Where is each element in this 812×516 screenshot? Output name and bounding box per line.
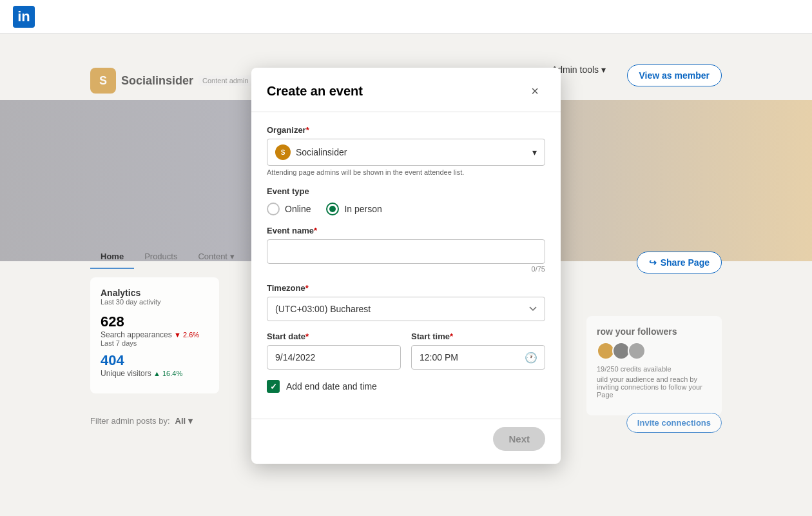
unique-visitors-label: Unique visitors ▲ 16.4%	[101, 369, 209, 378]
organizer-label: Organizer*	[267, 125, 545, 135]
content-admin-badge: Content admin	[198, 75, 253, 86]
modal-footer: Next	[251, 419, 561, 464]
organizer-select-inner: S Socialinsider	[275, 144, 347, 160]
organizer-avatar: S	[275, 144, 291, 160]
admin-tools-chevron: ▾	[601, 64, 606, 75]
avatar-3	[628, 342, 646, 360]
modal-close-button[interactable]: ×	[525, 81, 545, 101]
linkedin-logo: in	[13, 6, 35, 28]
radio-online-label: Online	[285, 204, 311, 214]
check-icon: ✓	[270, 382, 277, 392]
unique-visitors-change: ▲ 16.4%	[153, 370, 182, 377]
search-appearances-value: 628	[101, 313, 209, 330]
close-icon: ×	[531, 84, 539, 99]
invite-connections-button[interactable]: Invite connections	[626, 413, 722, 433]
radio-in-person-inner	[329, 206, 336, 212]
event-name-input[interactable]	[267, 239, 545, 264]
radio-in-person-label: In person	[344, 204, 382, 214]
start-time-input-wrapper: 🕐	[411, 345, 545, 370]
grow-title: row your followers	[597, 326, 711, 337]
share-icon: ↪	[649, 257, 657, 268]
analytics-card: Analytics Last 30 day activity 628 Searc…	[90, 277, 219, 393]
share-page-label: Share Page	[661, 257, 710, 268]
search-appearances-metric: 628 Search appearances ▼ 2.6% Last 7 day…	[101, 313, 209, 347]
organizer-section: Organizer* S Socialinsider ▾ Attending p…	[267, 125, 545, 176]
start-date-input[interactable]	[267, 345, 401, 370]
radio-online[interactable]: Online	[267, 203, 311, 215]
create-event-modal: Create an event × Organizer* S Socialins…	[251, 68, 561, 464]
organizer-name: Socialinsider	[296, 147, 347, 157]
organizer-dropdown-arrow: ▾	[532, 147, 537, 157]
event-type-radio-group: Online In person	[267, 203, 545, 215]
start-date-label: Start date*	[267, 332, 401, 341]
modal-header: Create an event ×	[251, 68, 561, 112]
page-nav-tabs: Home Products Content ▾ A...	[90, 245, 278, 269]
timezone-section: Timezone* (UTC+03:00) Bucharest	[267, 283, 545, 321]
tab-products[interactable]: Products	[134, 245, 188, 269]
add-end-date-row: ✓ Add end date and time	[267, 380, 545, 393]
share-page-button[interactable]: ↪ Share Page	[637, 252, 722, 273]
tab-content[interactable]: Content ▾	[188, 245, 244, 269]
timezone-required: *	[305, 283, 309, 293]
event-type-section: Event type Online In person	[267, 186, 545, 215]
page-brand-header: S Socialinsider Content admin	[90, 68, 253, 94]
search-appearances-label: Search appearances ▼ 2.6%	[101, 330, 209, 339]
clock-icon: 🕐	[525, 352, 537, 364]
filter-admin-posts-row: Filter admin posts by: All ▾	[90, 416, 193, 426]
filter-dropdown[interactable]: All ▾	[175, 416, 193, 426]
start-time-label: Start time*	[411, 332, 545, 341]
organizer-helper-text: Attending page admins will be shown in t…	[267, 168, 545, 176]
analytics-subtitle: Last 30 day activity	[101, 298, 209, 306]
filter-label: Filter admin posts by:	[90, 416, 170, 426]
filter-chevron-icon: ▾	[188, 416, 193, 426]
radio-online-circle	[267, 203, 280, 215]
radio-in-person-circle	[326, 203, 339, 215]
view-as-member-button[interactable]: View as member	[627, 64, 722, 86]
event-name-label: Event name*	[267, 226, 545, 235]
brand-logo-icon: S	[90, 68, 116, 94]
credits-label: 19/250 credits available	[597, 365, 711, 373]
event-name-required: *	[314, 226, 317, 235]
search-appearances-days: Last 7 days	[101, 339, 209, 347]
organizer-dropdown[interactable]: S Socialinsider ▾	[267, 139, 545, 166]
radio-in-person[interactable]: In person	[326, 203, 382, 215]
analytics-title: Analytics	[101, 288, 209, 298]
timezone-label: Timezone*	[267, 283, 545, 293]
organizer-required: *	[306, 125, 309, 135]
datetime-row: Start date* Start time* 🕐	[267, 332, 545, 370]
grow-desc: uild your audience and reach by inviting…	[597, 375, 711, 399]
start-time-required: *	[450, 332, 453, 341]
modal-title: Create an event	[267, 84, 363, 99]
followers-avatars	[597, 342, 711, 360]
tab-home[interactable]: Home	[90, 245, 134, 269]
search-appearances-change: ▼ 2.6%	[174, 331, 199, 339]
filter-value: All	[175, 416, 186, 426]
grow-followers-card: row your followers 19/250 credits availa…	[586, 316, 722, 415]
next-button[interactable]: Next	[493, 427, 545, 451]
brand-name: Socialinsider	[121, 74, 193, 88]
add-end-date-checkbox[interactable]: ✓	[267, 380, 280, 393]
start-time-col: Start time* 🕐	[411, 332, 545, 370]
modal-body: Organizer* S Socialinsider ▾ Attending p…	[251, 112, 561, 419]
event-name-char-count: 0/75	[267, 265, 545, 273]
event-type-label: Event type	[267, 186, 545, 196]
top-navigation-bar: in	[0, 0, 812, 34]
unique-visitors-value: 404	[101, 352, 209, 369]
unique-visitors-metric: 404 Unique visitors ▲ 16.4%	[101, 352, 209, 378]
add-end-date-label: Add end date and time	[286, 381, 377, 392]
start-date-required: *	[305, 332, 309, 341]
event-name-section: Event name* 0/75	[267, 226, 545, 273]
start-date-col: Start date*	[267, 332, 401, 370]
timezone-select[interactable]: (UTC+03:00) Bucharest	[267, 297, 545, 321]
